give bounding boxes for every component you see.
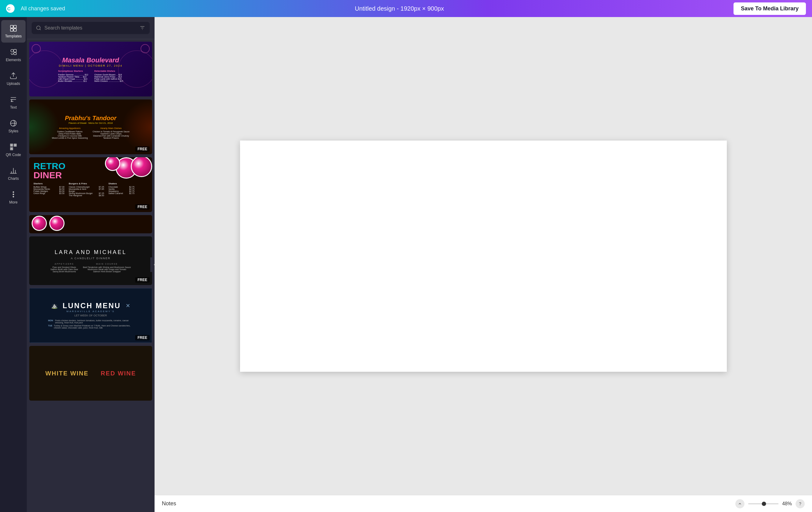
card-2-preview: Prabhu's Tandoor Flavors of Diwali · Men… — [29, 99, 152, 154]
svg-point-32 — [13, 194, 14, 195]
card-6-white-wine: WHITE WINE — [45, 370, 89, 377]
search-icon — [36, 25, 41, 31]
canva-logo[interactable]: C — [6, 4, 14, 13]
svg-rect-3 — [14, 25, 17, 28]
card-3-content: RETRO DINER Starters Buffalo Wings$7.00 … — [33, 162, 135, 208]
sidebar-item-charts[interactable]: Charts — [1, 163, 26, 185]
card-5-icon-left: ⛰️ — [51, 303, 58, 309]
card-1-col-1: Scrumptious Starters Paneer Samosa .....… — [58, 70, 88, 82]
card-2-title: Prabhu's Tandoor — [52, 115, 129, 122]
notes-label[interactable]: Notes — [162, 501, 176, 507]
templates-list: Masala Boulevard DIWALI MENU | OCTOBER 2… — [27, 39, 154, 512]
search-input[interactable] — [45, 25, 136, 31]
template-card-wine-menu[interactable]: WHITE WINE RED WINE — [29, 346, 152, 401]
sidebar-item-text[interactable]: T Text — [1, 91, 26, 114]
card-6-preview: WHITE WINE RED WINE — [29, 346, 152, 401]
sidebar-item-uploads[interactable]: Uploads — [1, 67, 26, 90]
sidebar-more-label: More — [9, 200, 17, 204]
card-5-icon-right: ✕ — [126, 303, 130, 309]
sidebar-elements-label: Elements — [6, 58, 21, 62]
sidebar-item-elements[interactable]: Elements — [1, 44, 26, 66]
card-6-content: WHITE WINE RED WINE — [45, 370, 136, 377]
topbar: C All changes saved Untitled design - 19… — [0, 0, 812, 17]
sidebar-qrcode-label: QR Code — [6, 153, 21, 157]
card-4-title: LARA AND MICHAEL — [51, 249, 131, 256]
svg-point-33 — [13, 196, 14, 197]
zoom-controls: 48% ? — [735, 499, 805, 508]
autosave-text: All changes saved — [21, 5, 65, 12]
card-2-free-badge: FREE — [135, 146, 150, 152]
svg-rect-4 — [10, 29, 13, 31]
card-1-menu: Scrumptious Starters Paneer Samosa .....… — [58, 70, 123, 82]
filter-icon[interactable] — [139, 25, 145, 31]
sidebar-item-styles[interactable]: Styles — [1, 115, 26, 138]
canvas-white[interactable] — [240, 141, 727, 372]
svg-rect-8 — [14, 53, 17, 55]
card-5-content: ⛰️ LUNCH MENU ✕ MARSHVILLE ACADEMY'S LET… — [48, 302, 133, 330]
more-icon — [9, 191, 17, 198]
search-bar — [27, 17, 154, 39]
charts-icon — [9, 167, 17, 175]
sidebar-icons: Templates Elements Uploads T — [0, 17, 27, 512]
sidebar-templates-label: Templates — [5, 34, 22, 38]
card-4-free-badge: FREE — [135, 277, 150, 283]
sidebar-styles-label: Styles — [8, 129, 19, 133]
card-1-title: Masala Boulevard — [58, 56, 123, 64]
template-card-partial[interactable] — [29, 215, 152, 233]
card-1-subtitle: DIWALI MENU | OCTOBER 27, 2024 — [58, 64, 123, 67]
card-4-content: LARA AND MICHAEL A CANDLELIT DINNER APPE… — [51, 249, 131, 273]
template-icon — [9, 24, 17, 32]
topbar-left: C All changes saved — [6, 4, 65, 13]
design-title: Untitled design - 1920px × 900px — [355, 5, 444, 12]
template-card-lunch-menu[interactable]: ⛰️ LUNCH MENU ✕ MARSHVILLE ACADEMY'S LET… — [29, 288, 152, 343]
notes-bar: Notes 48% ? — [154, 495, 812, 512]
svg-rect-7 — [14, 49, 17, 52]
help-button[interactable]: ? — [795, 499, 805, 508]
svg-line-35 — [39, 29, 40, 30]
zoom-slider[interactable] — [748, 503, 779, 504]
svg-point-6 — [11, 49, 13, 52]
elements-icon — [9, 48, 17, 56]
svg-rect-15 — [11, 144, 12, 145]
sidebar-item-templates[interactable]: Templates — [1, 20, 26, 42]
canvas-area: Notes 48% ? — [154, 17, 812, 512]
template-card-retro-diner[interactable]: RETRO DINER Starters Buffalo Wings$7.00 … — [29, 157, 152, 212]
template-card-prabhus-tandoor[interactable]: Prabhu's Tandoor Flavors of Diwali · Men… — [29, 99, 152, 154]
card-1-preview: Masala Boulevard DIWALI MENU | OCTOBER 2… — [29, 42, 152, 96]
template-card-masala-boulevard[interactable]: Masala Boulevard DIWALI MENU | OCTOBER 2… — [29, 42, 152, 96]
card-3-free-badge: FREE — [135, 204, 150, 209]
template-card-lara-michael[interactable]: LARA AND MICHAEL A CANDLELIT DINNER APPE… — [29, 236, 152, 285]
card-4-preview: LARA AND MICHAEL A CANDLELIT DINNER APPE… — [29, 236, 152, 285]
svg-rect-16 — [14, 144, 16, 145]
canvas-collapse-button[interactable] — [735, 499, 745, 508]
chevron-left-icon — [153, 263, 154, 266]
text-icon: T — [9, 95, 17, 104]
search-input-wrapper[interactable] — [32, 22, 150, 34]
svg-text:T: T — [10, 98, 13, 103]
templates-panel: Masala Boulevard DIWALI MENU | OCTOBER 2… — [27, 17, 154, 512]
uploads-icon — [9, 72, 17, 80]
card-1-col-2: Delectable Dishes Chicken Gosht Biryani … — [94, 70, 123, 82]
card-2-content: Prabhu's Tandoor Flavors of Diwali · Men… — [52, 115, 129, 139]
sidebar-text-label: Text — [10, 105, 17, 110]
zoom-percent: 48% — [782, 501, 792, 507]
card-4-subtitle: A CANDLELIT DINNER — [51, 257, 131, 260]
sidebar-item-qrcode[interactable]: QR Code — [1, 139, 26, 161]
sidebar-item-more[interactable]: More — [1, 186, 26, 209]
card-1-content: Masala Boulevard DIWALI MENU | OCTOBER 2… — [58, 56, 123, 82]
svg-rect-5 — [14, 29, 17, 31]
hide-panel-button[interactable] — [150, 257, 154, 272]
card-5-free-badge: FREE — [135, 335, 150, 340]
retro-diner-title: RETRO DINER — [33, 162, 135, 180]
card-2-subtitle: Flavors of Diwali · Menu for Oct 21, 201… — [52, 122, 129, 124]
main-container: Templates Elements Uploads T — [0, 17, 812, 512]
card-6-red-wine: RED WINE — [101, 370, 136, 377]
qrcode-icon — [9, 143, 17, 151]
styles-icon — [9, 119, 17, 127]
svg-point-31 — [13, 192, 14, 193]
canvas-container[interactable] — [154, 17, 812, 495]
card-5-title: LUNCH MENU — [63, 302, 121, 310]
card-5-academy: MARSHVILLE ACADEMY'S — [48, 310, 133, 313]
sidebar-charts-label: Charts — [8, 176, 19, 181]
save-to-media-library-button[interactable]: Save To Media Library — [733, 2, 806, 15]
